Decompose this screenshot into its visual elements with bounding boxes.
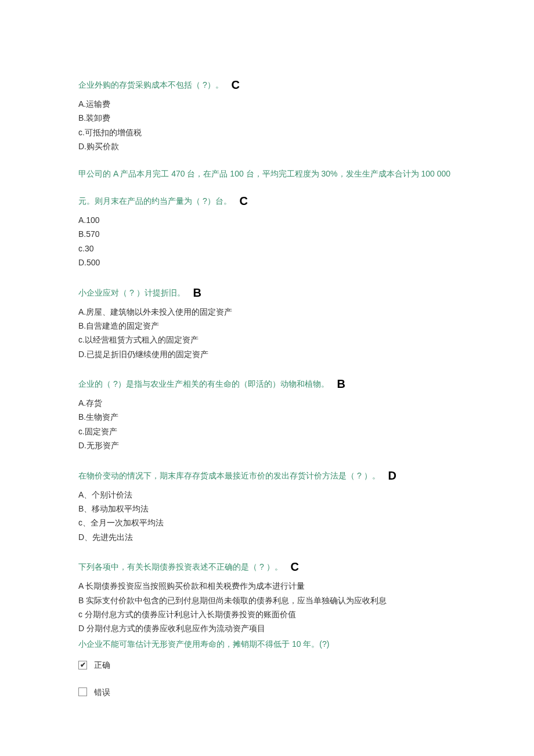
- option-b: B.自营建造的固定资产: [78, 319, 456, 332]
- answer-letter: C: [232, 78, 240, 91]
- answer-letter: D: [388, 469, 396, 482]
- option-c: c、全月一次加权平均法: [78, 516, 456, 529]
- question-7: 小企业不能可靠估计无形资产使用寿命的，摊销期不得低于 10 年。(?) ✔ 正确…: [78, 638, 456, 699]
- question-6: 下列各项中，有关长期债券投资表述不正确的是（ ? ）。 C A 长期债券投资应当…: [78, 557, 456, 635]
- option-d: D.已提足折旧仍继续使用的固定资产: [78, 348, 456, 361]
- question-stem: 下列各项中，有关长期债券投资表述不正确的是（ ? ）。 C: [78, 557, 456, 576]
- options: A.房屋、建筑物以外未投入使用的固定资产 B.自营建造的固定资产 c.以经营租赁…: [78, 305, 456, 361]
- question-stem: 企业的（ ?）是指与农业生产相关的有生命的（即活的）动物和植物。 B: [78, 375, 456, 393]
- checkbox-false[interactable]: [78, 687, 87, 696]
- options: A.100 B.570 c.30 D.500: [78, 214, 456, 269]
- options: A 长期债券投资应当按照购买价款和相关税费作为成本进行计量 B 实际支付价款中包…: [78, 579, 456, 635]
- question-5: 在物价变动的情况下，期末库存存货成本最接近市价的发出存货计价方法是（ ? ）。 …: [78, 466, 456, 544]
- option-d: D 分期付息方式的债券应收利息应作为流动资产项目: [78, 622, 456, 635]
- option-a: A、个别计价法: [78, 488, 456, 501]
- option-b: B、移动加权平均法: [78, 502, 456, 515]
- option-d: D.500: [78, 256, 456, 269]
- false-label: 错误: [94, 686, 110, 699]
- options: A.存货 B.生物资产 c.固定资产 D.无形资产: [78, 397, 456, 452]
- answer-letter: B: [337, 377, 345, 390]
- true-option-row[interactable]: ✔ 正确: [78, 658, 456, 671]
- option-a: A.存货: [78, 397, 456, 409]
- stem-text: 小企业应对（ ? ）计提折旧。: [78, 288, 185, 297]
- question-stem-line2: 元。则月末在产品的约当产量为（ ?）台。 C: [78, 192, 456, 210]
- option-b: B.570: [78, 228, 456, 240]
- answer-letter: B: [193, 286, 201, 299]
- question-stem: 小企业不能可靠估计无形资产使用寿命的，摊销期不得低于 10 年。(?): [78, 638, 456, 650]
- options: A.运输费 B.装卸费 c.可抵扣的增值税 D.购买价款: [78, 98, 456, 153]
- question-stem-line1: 甲公司的 A 产品本月完工 470 台，在产品 100 台，平均完工程度为 30…: [78, 167, 456, 180]
- question-stem: 小企业应对（ ? ）计提折旧。 B: [78, 283, 456, 302]
- option-c: c.以经营租赁方式租入的固定资产: [78, 333, 456, 346]
- question-3: 小企业应对（ ? ）计提折旧。 B A.房屋、建筑物以外未投入使用的固定资产 B…: [78, 283, 456, 361]
- option-a: A.房屋、建筑物以外未投入使用的固定资产: [78, 305, 456, 318]
- option-c: c 分期付息方式的债券应计利息计入长期债券投资的账面价值: [78, 608, 456, 621]
- options: A、个别计价法 B、移动加权平均法 c、全月一次加权平均法 D、先进先出法: [78, 488, 456, 544]
- option-a: A.运输费: [78, 98, 456, 110]
- answer-letter: C: [290, 560, 298, 573]
- option-c: c.可抵扣的增值税: [78, 126, 456, 139]
- question-stem: 企业外购的存货采购成本不包括（ ?）。 C: [78, 75, 456, 94]
- stem-text: 在物价变动的情况下，期末库存存货成本最接近市价的发出存货计价方法是（ ? ）。: [78, 471, 380, 480]
- answer-letter: C: [240, 195, 248, 207]
- option-d: D.购买价款: [78, 140, 456, 153]
- question-4: 企业的（ ?）是指与农业生产相关的有生命的（即活的）动物和植物。 B A.存货 …: [78, 375, 456, 452]
- option-a: A.100: [78, 214, 456, 226]
- option-d: D、先进先出法: [78, 531, 456, 543]
- option-b: B.生物资产: [78, 411, 456, 423]
- stem-text: 企业的（ ?）是指与农业生产相关的有生命的（即活的）动物和植物。: [78, 379, 329, 388]
- option-a: A 长期债券投资应当按照购买价款和相关税费作为成本进行计量: [78, 579, 456, 592]
- checkbox-true[interactable]: ✔: [78, 661, 87, 669]
- option-d: D.无形资产: [78, 439, 456, 452]
- true-label: 正确: [94, 658, 110, 671]
- option-c: c.30: [78, 242, 456, 255]
- option-c: c.固定资产: [78, 425, 456, 438]
- question-stem: 在物价变动的情况下，期末库存存货成本最接近市价的发出存货计价方法是（ ? ）。 …: [78, 466, 456, 485]
- question-2: 甲公司的 A 产品本月完工 470 台，在产品 100 台，平均完工程度为 30…: [78, 167, 456, 269]
- stem-text: 下列各项中，有关长期债券投资表述不正确的是（ ? ）。: [78, 562, 283, 571]
- stem-text: 元。则月末在产品的约当产量为（ ?）台。: [78, 196, 232, 206]
- stem-text: 企业外购的存货采购成本不包括（ ?）。: [78, 80, 223, 89]
- exam-page: 企业外购的存货采购成本不包括（ ?）。 C A.运输费 B.装卸费 c.可抵扣的…: [0, 0, 534, 756]
- false-option-row[interactable]: 错误: [78, 686, 456, 699]
- question-1: 企业外购的存货采购成本不包括（ ?）。 C A.运输费 B.装卸费 c.可抵扣的…: [78, 75, 456, 153]
- option-b: B 实际支付价款中包含的已到付息期但尚未领取的债券利息，应当单独确认为应收利息: [78, 594, 456, 607]
- option-b: B.装卸费: [78, 111, 456, 124]
